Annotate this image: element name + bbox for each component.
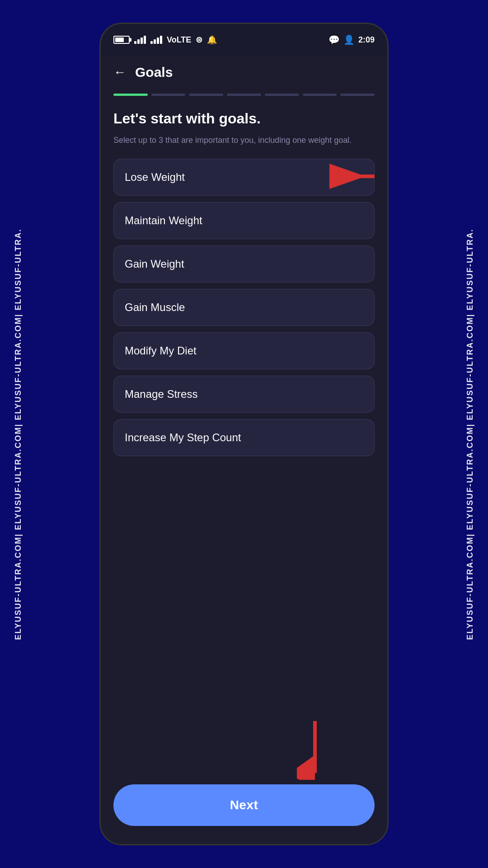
bar2 [154,39,156,44]
watermark-left-text: elyusuf-ultra.com| elyusuf-ultra.com| el… [14,228,23,640]
status-left: VoLTE ⊜ 🔔 [113,35,217,45]
watermark-right: elyusuf-ultra.com| elyusuf-ultra.com| el… [452,0,488,868]
status-right: 💬 👤 2:09 [328,34,375,45]
watermark-left: elyusuf-ultra.com| elyusuf-ultra.com| el… [0,0,36,868]
bar4 [160,36,162,44]
progress-step-5 [265,94,299,96]
goal-step-count[interactable]: Increase My Step Count [113,419,375,456]
progress-step-6 [303,94,337,96]
goal-modify-diet-label: Modify My Diet [125,344,197,357]
goal-maintain-weight-label: Maintain Weight [125,214,202,226]
battery-fill [115,38,124,42]
notification-icon: 💬 [328,34,340,45]
screen-content: ← Goals Let's start with goals. Select u… [101,56,387,844]
phone-frame: VoLTE ⊜ 🔔 💬 👤 2:09 ← Goals [99,23,389,845]
progress-step-7 [340,94,375,96]
battery-icon [113,36,130,44]
goal-gain-weight-label: Gain Weight [125,258,184,270]
bar2 [137,39,140,44]
goal-gain-weight[interactable]: Gain Weight [113,245,375,283]
time-display: 2:09 [358,35,375,45]
progress-step-3 [189,94,223,96]
vibrate-icon: 🔔 [207,35,217,45]
goals-list: Lose Weight [113,159,375,766]
next-button[interactable]: Next [113,784,375,826]
progress-step-4 [227,94,261,96]
goal-gain-muscle[interactable]: Gain Muscle [113,289,375,326]
goal-lose-weight-wrapper: Lose Weight [113,159,375,196]
bar3 [141,38,143,44]
watermark-right-text: elyusuf-ultra.com| elyusuf-ultra.com| el… [465,228,475,640]
goal-step-count-label: Increase My Step Count [125,431,241,443]
bar1 [134,41,136,44]
goal-maintain-weight[interactable]: Maintain Weight [113,202,375,239]
goal-lose-weight[interactable]: Lose Weight [113,159,375,196]
progress-bar-container [101,89,387,105]
signal-bars-2 [150,36,162,44]
progress-step-2 [151,94,186,96]
progress-steps [113,94,375,96]
bar3 [157,38,159,44]
goal-manage-stress[interactable]: Manage Stress [113,376,375,413]
page-title: Goals [135,65,173,80]
body-content: Let's start with goals. Select up to 3 t… [101,105,387,775]
goal-gain-muscle-label: Gain Muscle [125,301,185,313]
goal-modify-diet[interactable]: Modify My Diet [113,332,375,369]
page-heading: Let's start with goals. [113,109,375,128]
wifi-icon: ⊜ [196,35,202,45]
goal-manage-stress-label: Manage Stress [125,388,197,400]
page-header: ← Goals [101,56,387,89]
page-subtext: Select up to 3 that are important to you… [113,135,375,146]
footer: Next [101,775,387,844]
status-bar: VoLTE ⊜ 🔔 💬 👤 2:09 [101,24,387,56]
bar4 [144,36,146,44]
person-icon: 👤 [343,34,355,45]
goal-lose-weight-label: Lose Weight [125,171,185,183]
bar1 [150,41,153,44]
progress-step-1 [113,94,148,96]
back-button[interactable]: ← [113,65,126,80]
volte-label: VoLTE [167,35,191,45]
signal-bars-1 [134,36,146,44]
